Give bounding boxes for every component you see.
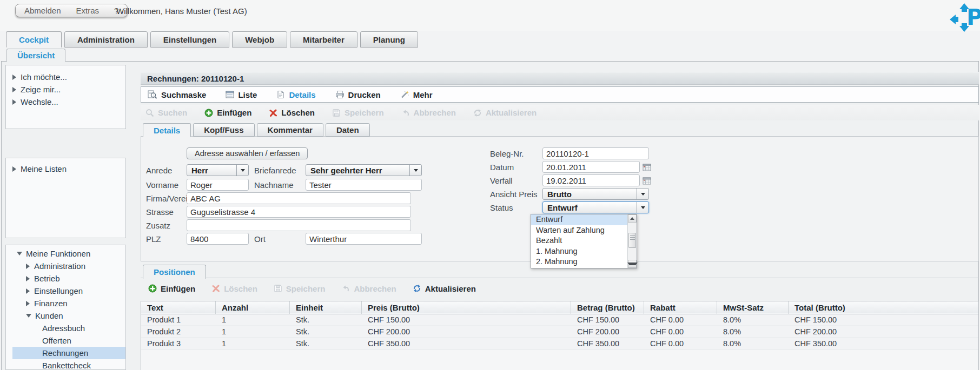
plz-input[interactable] [187, 233, 249, 245]
positions-aktualisieren-button[interactable]: Aktualisieren [413, 284, 476, 293]
tab-details[interactable]: Details [143, 123, 191, 137]
dropdown-scrollbar[interactable] [627, 214, 637, 268]
einfuegen-button[interactable]: Einfügen [204, 108, 251, 117]
toolbar-label: Liste [238, 90, 257, 99]
verfall-input[interactable] [542, 174, 640, 186]
mehr-button[interactable]: Mehr [400, 90, 433, 99]
col-anzahl[interactable]: Anzahl [216, 301, 290, 314]
loeschen-button[interactable]: Löschen [269, 108, 315, 117]
status-option-1-mahnung[interactable]: 1. Mahnung [531, 246, 637, 257]
liste-button[interactable]: Liste [226, 90, 257, 99]
cell-mwst: 8.0% [717, 327, 789, 336]
nachname-input[interactable] [306, 179, 422, 191]
details-button[interactable]: Details [276, 90, 315, 99]
sidebar-item-wechsle[interactable]: Wechsle... [6, 96, 125, 108]
toolbar-label: Speichern [286, 284, 326, 293]
suchen-button[interactable]: Suchen [145, 108, 187, 117]
anrede-select[interactable]: Herr [187, 164, 249, 176]
cell-text: Produkt 2 [141, 327, 216, 336]
beleg-input[interactable] [542, 147, 649, 159]
tab-daten[interactable]: Daten [326, 123, 370, 137]
positions-einfuegen-button[interactable]: Einfügen [148, 284, 195, 293]
dropdown-arrow-icon[interactable] [637, 202, 648, 213]
sidebar-item-rechnungen[interactable]: Rechnungen [12, 347, 125, 359]
datum-input[interactable] [542, 161, 640, 173]
sidebar-item-adressbuch[interactable]: Adressbuch [6, 322, 125, 334]
tab-uebersicht[interactable]: Übersicht [6, 49, 65, 62]
suchmaske-button[interactable]: Suchmaske [148, 90, 206, 99]
calendar-icon[interactable] [643, 163, 651, 171]
sidebar-item-kunden[interactable]: Kunden [6, 310, 125, 322]
scrollbar-up-button[interactable] [628, 214, 637, 223]
dropdown-arrow-icon[interactable] [236, 165, 248, 176]
zusatz-input[interactable] [187, 219, 411, 231]
ansicht-preis-select[interactable]: Brutto [542, 188, 649, 200]
col-total-brutto[interactable]: Total (Brutto) [789, 301, 978, 314]
sidebar-item-ich-moechte[interactable]: Ich möchte... [6, 71, 125, 83]
tab-kopf-fuss[interactable]: Kopf/Fuss [193, 123, 254, 137]
col-preis-brutto[interactable]: Preis (Brutto) [362, 301, 571, 314]
tab-positionen[interactable]: Positionen [143, 265, 206, 279]
status-select[interactable]: Entwurf [542, 201, 649, 213]
status-option-2-mahnung[interactable]: 2. Mahnung [531, 257, 637, 267]
cell-betrag: CHF 350.00 [571, 339, 644, 348]
col-text[interactable]: Text [141, 301, 216, 314]
briefanrede-select[interactable]: Sehr geehrter Herr [306, 164, 422, 176]
tab-mitarbeiter[interactable]: Mitarbeiter [290, 31, 357, 48]
anrede-label: Anrede [146, 166, 183, 175]
abbrechen-button[interactable]: Abbrechen [401, 108, 456, 117]
col-betrag-brutto[interactable]: Betrag (Brutto) [571, 301, 644, 314]
printer-icon [335, 90, 345, 99]
aktualisieren-button[interactable]: Aktualisieren [473, 108, 537, 117]
chevron-down-icon [26, 314, 31, 318]
briefanrede-value: Sehr geehrter Herr [306, 166, 409, 175]
dropdown-arrow-icon[interactable] [637, 189, 648, 199]
sidebar-item-einstellungen[interactable]: Einstellungen [6, 285, 125, 297]
firma-input[interactable] [187, 192, 411, 204]
positions-speichern-button[interactable]: Speichern [274, 284, 326, 293]
scrollbar-thumb[interactable] [628, 233, 636, 248]
logout-menu-item[interactable]: Abmelden [24, 6, 61, 15]
dropdown-arrow-icon[interactable] [409, 165, 421, 176]
strasse-input[interactable] [187, 206, 411, 218]
vorname-input[interactable] [187, 179, 249, 191]
sidebar-item-meine-listen[interactable]: Meine Listen [6, 163, 125, 175]
sidebar-item-bankettcheck[interactable]: Bankettcheck [6, 359, 125, 370]
col-einheit[interactable]: Einheit [290, 301, 362, 314]
tab-cockpit[interactable]: Cockpit [6, 31, 62, 48]
ort-input[interactable] [306, 233, 422, 245]
sidebar-item-finanzen[interactable]: Finanzen [6, 297, 125, 310]
col-rabatt[interactable]: Rabatt [644, 301, 717, 314]
sidebar-item-betrieb[interactable]: Betrieb [6, 272, 125, 285]
sidebar-item-offerten[interactable]: Offerten [6, 334, 125, 347]
tab-kommentar[interactable]: Kommentar [257, 123, 323, 137]
cell-einheit: Stk. [290, 339, 362, 348]
speichern-button[interactable]: Speichern [332, 108, 384, 117]
calendar-icon[interactable] [643, 177, 651, 185]
tab-webjob[interactable]: Webjob [232, 31, 287, 48]
table-row[interactable]: Produkt 2 1 Stk. CHF 200.00 CHF 200.00 C… [141, 326, 978, 338]
address-select-button[interactable]: Adresse auswählen / erfassen [187, 147, 308, 159]
cell-anzahl: 1 [216, 339, 290, 348]
cell-total: CHF 150.00 [789, 315, 978, 324]
positions-loeschen-button[interactable]: Löschen [211, 284, 257, 293]
status-option-entwurf[interactable]: Entwurf [531, 214, 637, 225]
sidebar-item-meine-funktionen[interactable]: Meine Funktionen [6, 247, 125, 260]
cell-total: CHF 350.00 [789, 339, 978, 348]
tab-einstellungen[interactable]: Einstellungen [150, 31, 229, 48]
tab-administration[interactable]: Administration [64, 31, 148, 48]
sidebar-item-label: Bankettcheck [42, 361, 91, 370]
scrollbar-down-button[interactable] [628, 260, 637, 268]
sidebar-item-zeige-mir[interactable]: Zeige mir... [6, 83, 125, 96]
tab-planung[interactable]: Planung [360, 31, 418, 48]
table-row[interactable]: Produkt 3 1 Stk. CHF 350.00 CHF 350.00 C… [141, 338, 978, 350]
sidebar-item-label: Betrieb [34, 274, 60, 283]
status-option-warten-auf-zahlung[interactable]: Warten auf Zahlung [531, 225, 637, 236]
extras-menu-item[interactable]: Extras [76, 6, 100, 15]
col-mwst-satz[interactable]: MwSt-Satz [717, 301, 789, 314]
table-row[interactable]: Produkt 1 1 Stk. CHF 150.00 CHF 150.00 C… [141, 314, 978, 326]
sidebar-item-administration[interactable]: Administration [6, 260, 125, 272]
positions-abbrechen-button[interactable]: Abbrechen [341, 284, 396, 293]
status-option-bezahlt[interactable]: Bezahlt [531, 236, 637, 246]
drucken-button[interactable]: Drucken [335, 90, 381, 99]
